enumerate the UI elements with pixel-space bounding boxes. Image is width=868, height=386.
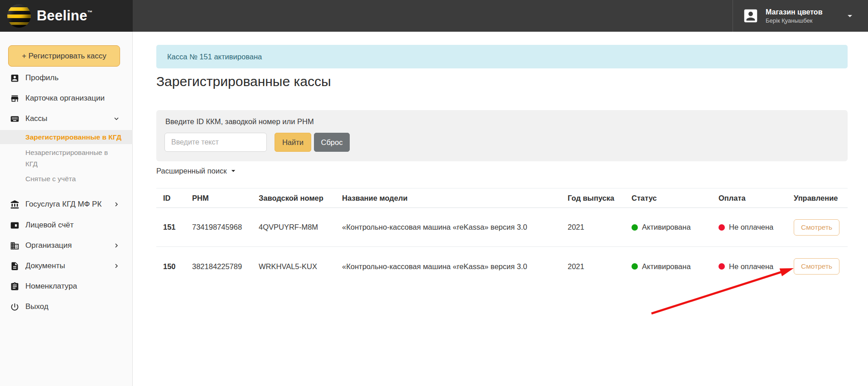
cell-year: 2021 [568,223,632,232]
view-button-target[interactable]: Смотреть [794,258,839,275]
advanced-search-label: Расширенный поиск [156,167,227,175]
alert-text: Касса № 151 активирована [167,53,262,61]
search-label: Введите ID ККМ, заводкой номер или РНМ [165,117,314,126]
payment-unpaid-dot [719,224,725,231]
cash-registers-table: ID РНМ Заводской номер Название модели Г… [156,188,848,286]
cell-rnm: 382184225789 [192,262,259,271]
power-icon [10,302,19,312]
sidebar-subitem-label: Незарегистрированные в КГД [25,149,108,168]
user-org-label: Магазин цветов [766,8,842,17]
cell-payment: Не оплачена [719,223,794,232]
sidebar-item-org-card[interactable]: Карточка организации [10,92,129,104]
cell-id: 151 [163,223,192,232]
user-avatar-icon [742,7,759,24]
brand-logo[interactable]: Beeline™ [0,0,133,32]
sidebar-item-label: Профиль [25,73,58,82]
main-content: Касса № 151 активирована Зарегистрирован… [133,32,868,386]
status-text: Активирована [642,223,691,232]
sidebar-subitem-unregistered-kgd[interactable]: Незарегистрированные в КГД [25,147,118,169]
header-status: Статус [632,194,719,203]
table-row: 150 382184225789 WRKHVAL5-KUX «Контрольн… [156,247,848,286]
cell-year: 2021 [568,262,632,271]
payment-unpaid-dot [719,263,725,270]
search-panel: Введите ID ККМ, заводкой номер или РНМ Н… [156,110,848,161]
header-payment: Оплата [719,194,794,203]
chevron-right-icon [112,262,121,270]
sidebar-item-kassy[interactable]: Кассы [10,113,129,125]
app-window: Beeline™ Магазин цветов Берік Қуанышбек … [0,0,868,386]
table-header-row: ID РНМ Заводской номер Название модели Г… [156,188,848,208]
sidebar-item-logout[interactable]: Выход [10,301,129,313]
chevron-right-icon [112,200,121,208]
topbar-divider [733,0,733,32]
profile-icon [10,73,19,83]
user-menu[interactable]: Магазин цветов Берік Қуанышбек [742,0,855,32]
sidebar-item-profile[interactable]: Профиль [10,72,129,84]
table-row: 151 734198745968 4QVPUYRF-M8M «Контрольн… [156,208,848,247]
chevron-down-icon[interactable] [844,10,855,21]
user-info: Магазин цветов Берік Қуанышбек [766,8,842,24]
sidebar-subitem-deregistered[interactable]: Снятые с учёта [25,175,129,183]
sidebar-subitem-label: Зарегистрированные в КГД [25,133,121,141]
header-serial: Заводской номер [259,194,342,203]
sidebar-item-documents[interactable]: Документы [10,260,129,272]
sidebar-item-label: Карточка организации [25,94,105,103]
search-input[interactable] [164,133,267,152]
status-active-dot [632,263,638,270]
sidebar-item-label: Лицевой счёт [25,221,74,230]
cell-model: «Контрольно-кассовая машина «reKassa» ве… [342,223,568,232]
header-id: ID [163,194,192,203]
page-title: Зарегистрированные кассы [156,74,331,89]
chevron-right-icon [112,241,121,250]
user-name-label: Берік Қуанышбек [766,17,842,24]
advanced-search-toggle[interactable]: Расширенный поиск [156,166,238,176]
sidebar-item-label: Выход [25,302,48,311]
cell-id: 150 [163,262,192,271]
header-year: Год выпуска [568,194,632,203]
sidebar: + Регистрировать кассу Профиль Карточка … [0,32,133,386]
top-bar: Beeline™ Магазин цветов Берік Қуанышбек [0,0,868,32]
header-actions: Управление [794,194,848,203]
brand-name: Beeline™ [37,8,92,24]
header-model: Название модели [342,194,568,203]
status-active-dot [632,224,638,231]
sidebar-item-label: Госуслуга КГД МФ РК [25,200,101,209]
status-text: Активирована [642,262,691,271]
find-button[interactable]: Найти [275,133,311,152]
cell-status: Активирована [632,262,719,271]
sidebar-item-label: Кассы [25,114,48,123]
account-card-icon [10,221,19,230]
clipboard-icon [10,282,19,291]
cell-actions: Смотреть [794,258,848,275]
caret-down-icon [229,166,238,175]
sidebar-item-label: Документы [25,261,65,270]
sidebar-item-nomenclature[interactable]: Номенклатура [10,280,129,292]
sidebar-item-gov-service[interactable]: Госуслуга КГД МФ РК [10,198,129,210]
cell-serial: 4QVPUYRF-M8M [259,223,342,232]
cell-actions: Смотреть [794,219,848,236]
register-cash-register-button[interactable]: + Регистрировать кассу [8,45,120,67]
sidebar-item-label: Организация [25,241,72,250]
view-button[interactable]: Смотреть [794,219,839,236]
cell-rnm: 734198745968 [192,223,259,232]
sidebar-item-label: Номенклатура [25,282,77,291]
payment-text: Не оплачена [729,262,773,271]
trademark-symbol: ™ [87,10,92,15]
header-rnm: РНМ [192,194,259,203]
cell-model: «Контрольно-кассовая машина «reKassa» ве… [342,262,568,271]
chevron-down-icon [112,115,121,123]
cell-status: Активирована [632,223,719,232]
storefront-icon [10,94,19,103]
sidebar-item-organization[interactable]: Организация [10,240,129,251]
reset-button[interactable]: Сброс [314,133,350,152]
cash-register-icon [10,114,19,124]
sidebar-subitem-registered-kgd[interactable]: Зарегистрированные в КГД [0,130,133,144]
success-alert: Касса № 151 активирована [156,45,848,68]
sidebar-item-personal-account[interactable]: Лицевой счёт [10,219,129,231]
cell-serial: WRKHVAL5-KUX [259,262,342,271]
cell-payment: Не оплачена [719,262,794,271]
sidebar-subitem-label: Снятые с учёта [25,175,76,183]
beeline-sphere-icon [7,4,31,28]
building-icon [10,241,19,251]
bank-icon [10,200,19,209]
